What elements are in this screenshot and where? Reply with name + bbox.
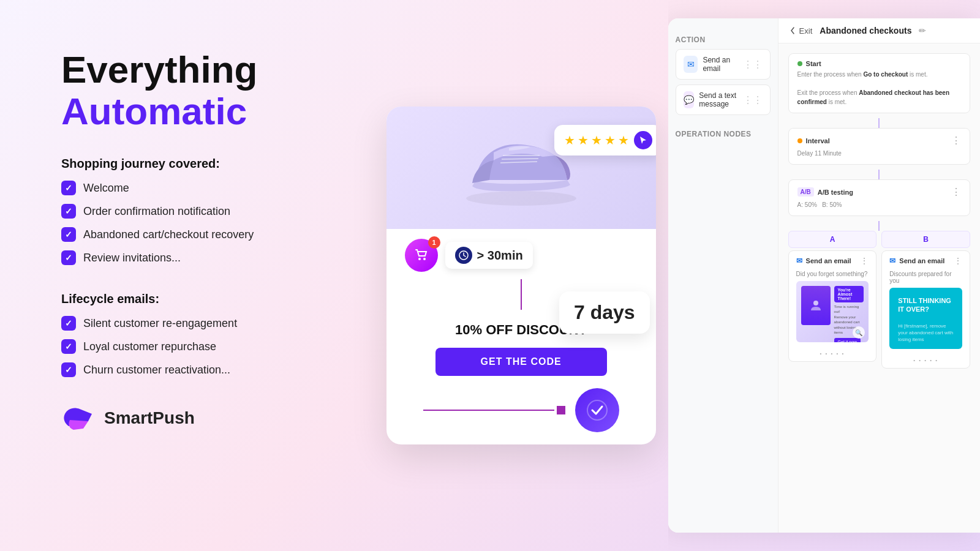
ab-split-desc: A: 50% B: 50% [797, 200, 961, 209]
notification-bar: 1 > 30min [386, 229, 656, 272]
check-icon [61, 362, 76, 377]
send-email-action[interactable]: ✉ Send an email ⋮⋮ [676, 49, 771, 80]
more-options[interactable]: ⋮ [860, 256, 869, 266]
get-code-button[interactable]: GET THE CODE [435, 348, 607, 376]
thumb-sub-text: Hi [firstname], remove your abandoned ca… [889, 323, 962, 343]
svg-point-5 [423, 258, 426, 260]
smartpush-logo-icon [61, 404, 96, 432]
workflow-header-bar: Exit Abandoned checkouts ✏ [778, 18, 980, 43]
list-item: Abandoned cart/checkout recovery [61, 227, 337, 242]
edit-icon[interactable]: ✏ [919, 26, 926, 36]
bottom-flow [386, 386, 656, 444]
left-panel: Everything Automatic Shopping journey co… [0, 0, 374, 551]
thumb-text: STILL THINKING IT OVER? [889, 288, 962, 323]
workflow-title: Abandoned checkouts [820, 26, 911, 36]
ab-badge: A/B [797, 187, 814, 197]
connector-1 [878, 118, 880, 128]
thumb-dots: • • • • • [882, 355, 970, 368]
email-preview-header: ✉ Send an email ⋮ [789, 251, 876, 271]
branch-a-email: ✉ Send an email ⋮ Did you forget somethi… [788, 250, 877, 362]
list-item-label: Churn customer reactivation... [83, 364, 230, 377]
cart-icon-wrap: 1 [405, 239, 438, 272]
svg-point-7 [587, 400, 607, 420]
days-number: 7 days [574, 301, 635, 324]
check-icon [61, 181, 76, 195]
thumb-dots: • • • • • [789, 348, 876, 361]
list-item: Order confirmation notification [61, 204, 337, 219]
star-3: ★ [591, 133, 602, 148]
workflow-main: Exit Abandoned checkouts ✏ Start [778, 18, 980, 533]
sms-action-icon: 💬 [684, 91, 695, 108]
headline-part2: Automatic [61, 90, 247, 132]
connector-2 [878, 170, 880, 179]
operation-nodes-label: Operation nodes [676, 122, 771, 143]
star-1: ★ [564, 133, 575, 148]
shopping-section-title: Shopping journey covered: [61, 157, 337, 171]
list-item-label: Loyal customer repurchase [83, 340, 216, 353]
send-email-label: Send an email [703, 56, 742, 73]
email-preview-card: ★ ★ ★ ★ ★ 1 [386, 107, 656, 444]
send-sms-action[interactable]: 💬 Send a text message ⋮⋮ [676, 84, 771, 115]
star-4: ★ [605, 133, 616, 148]
interval-desc: Delay 11 Minute [797, 149, 961, 158]
timer-text: > 30min [477, 249, 523, 263]
branch-a: ✉ Send an email ⋮ Did you forget somethi… [788, 250, 877, 373]
checkmark-icon [586, 399, 608, 421]
status-dot [797, 138, 802, 143]
email-preview-header: ✉ Send an email ⋮ [882, 251, 970, 271]
days-badge: 7 days [559, 291, 650, 334]
exit-label: Exit [799, 26, 813, 36]
ab-node-header: A/B A/B testing ⋮ [797, 186, 961, 198]
thumb-cta: Get it now [834, 338, 861, 342]
cursor-icon [638, 135, 648, 145]
email-action-icon: ✉ [684, 56, 698, 73]
email-desc: Did you forget something? [789, 271, 876, 281]
list-item-label: Abandoned cart/checkout recovery [83, 228, 254, 241]
check-icon [61, 339, 76, 354]
shopping-checklist: Welcome Order confirmation notification … [61, 181, 337, 274]
branch-a-label: A [788, 231, 877, 248]
email-icon: ✉ [796, 257, 802, 265]
email-title: ✉ Send an email [796, 257, 851, 265]
start-node-desc: Enter the process when Go to checkout is… [797, 70, 961, 107]
start-node-header: Start [797, 60, 961, 67]
svg-point-4 [418, 258, 421, 260]
stars-panel: ★ ★ ★ ★ ★ [554, 125, 656, 156]
list-item: Loyal customer repurchase [61, 339, 337, 354]
person-icon [809, 298, 823, 313]
svg-point-0 [466, 191, 576, 206]
thumb-image [801, 286, 831, 325]
timer-wrap: > 30min [445, 242, 533, 269]
email-title: ✉ Send an email [889, 257, 944, 265]
email-desc: Discounts prepared for you [882, 271, 970, 288]
ab-branches: ✉ Send an email ⋮ Did you forget somethi… [788, 250, 970, 373]
star-2: ★ [578, 133, 589, 148]
status-dot [797, 61, 802, 66]
workflow-sidebar: Action ✉ Send an email ⋮⋮ 💬 Send a text … [668, 18, 778, 533]
cart-badge: 1 [428, 236, 440, 249]
start-node-title: Start [797, 60, 821, 67]
list-item: Silent customer re-engagement [61, 316, 337, 331]
more-options[interactable]: ⋮ [951, 186, 961, 198]
interval-node-header: Interval ⋮ [797, 135, 961, 146]
check-icon [61, 227, 76, 242]
check-icon [61, 316, 76, 331]
branch-b: ✉ Send an email ⋮ Discounts prepared for… [881, 250, 970, 373]
ab-node-title: A/B A/B testing [797, 187, 853, 197]
interval-node: Interval ⋮ Delay 11 Minute [788, 128, 970, 165]
more-options[interactable]: ⋮ [954, 256, 962, 266]
logo-area: SmartPush [61, 404, 337, 432]
headline-part1: Everything [61, 48, 257, 91]
list-item-label: Silent customer re-engagement [83, 317, 237, 330]
page-layout: Everything Automatic Shopping journey co… [0, 0, 980, 551]
headline: Everything Automatic [61, 49, 337, 132]
send-sms-label: Send a text message [699, 91, 742, 108]
action-item-left: 💬 Send a text message [684, 91, 743, 108]
star-5: ★ [618, 133, 629, 148]
right-panel: Action ✉ Send an email ⋮⋮ 💬 Send a text … [668, 0, 980, 551]
more-options[interactable]: ⋮ [951, 135, 961, 146]
connector-3 [878, 221, 880, 231]
list-item: Welcome [61, 181, 337, 195]
exit-button[interactable]: Exit [788, 26, 813, 36]
timer-icon [455, 247, 472, 264]
